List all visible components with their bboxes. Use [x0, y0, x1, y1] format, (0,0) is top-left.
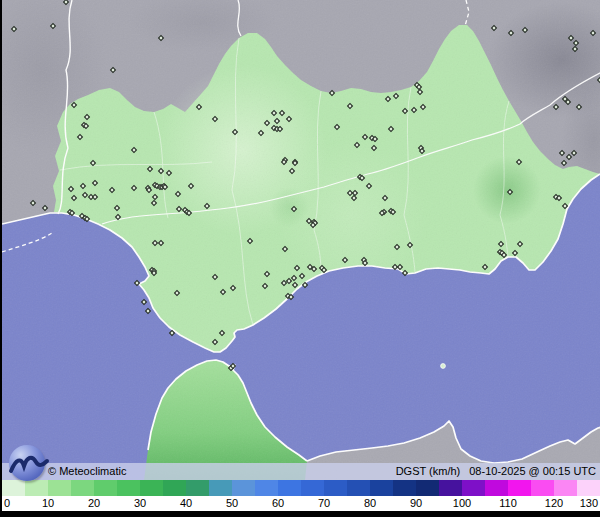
scale-tick: 90: [410, 497, 422, 509]
color-scale-segment: [140, 480, 163, 496]
scale-tick: 80: [364, 497, 376, 509]
product-label: DGST (km/h): [396, 465, 461, 477]
color-scale-segment: [462, 480, 485, 496]
color-scale-segment: [209, 480, 232, 496]
scale-tick: 100: [453, 497, 471, 509]
color-scale-segment: [301, 480, 324, 496]
scale-tick: 50: [226, 497, 238, 509]
color-scale-segment: [163, 480, 186, 496]
scale-tick: 20: [88, 497, 100, 509]
color-scale-segment: [48, 480, 71, 496]
bottom-border: [2, 511, 600, 517]
color-scale-segment: [324, 480, 347, 496]
color-scale-segment: [554, 480, 577, 496]
color-scale-segment: [370, 480, 393, 496]
scale-tick: 120: [545, 497, 563, 509]
weather-map-frame: © Meteoclimatic DGST (km/h)08-10-2025 @ …: [0, 0, 600, 517]
copyright-label: © Meteoclimatic: [48, 463, 126, 480]
datetime-label: 08-10-2025 @ 00:15 UTC: [469, 465, 596, 477]
map-canvas[interactable]: [2, 0, 600, 480]
color-scale-segment: [416, 480, 439, 496]
color-scale-segment: [531, 480, 554, 496]
color-scale-segment: [186, 480, 209, 496]
caption-bar: © Meteoclimatic DGST (km/h)08-10-2025 @ …: [2, 463, 600, 480]
color-scale-segment: [508, 480, 531, 496]
scale-tick: 110: [499, 497, 517, 509]
scale-tick: 60: [272, 497, 284, 509]
meteoclimatic-logo-icon[interactable]: [9, 445, 45, 481]
color-scale-segment: [278, 480, 301, 496]
scale-tick: 130: [580, 497, 598, 509]
color-scale-segment: [439, 480, 462, 496]
scale-tick-labels: 0102030405060708090100110120130: [2, 496, 600, 511]
color-scale-segment: [117, 480, 140, 496]
color-scale-segment: [2, 480, 25, 496]
color-scale-bar: [2, 480, 600, 496]
color-scale-segment: [393, 480, 416, 496]
color-scale-segment: [71, 480, 94, 496]
color-scale-segment: [232, 480, 255, 496]
terrain-noise: [2, 0, 600, 480]
scale-tick: 30: [134, 497, 146, 509]
color-scale-segment: [25, 480, 48, 496]
product-info: DGST (km/h)08-10-2025 @ 00:15 UTC: [396, 463, 596, 480]
logo-wave-glyph: [7, 447, 51, 477]
color-scale-segment: [255, 480, 278, 496]
color-scale-segment: [485, 480, 508, 496]
scale-tick: 0: [4, 497, 10, 509]
scale-tick: 40: [180, 497, 192, 509]
color-scale-segment: [94, 480, 117, 496]
scale-tick: 10: [42, 497, 54, 509]
color-scale-segment: [577, 480, 600, 496]
color-scale-segment: [347, 480, 370, 496]
scale-tick: 70: [318, 497, 330, 509]
